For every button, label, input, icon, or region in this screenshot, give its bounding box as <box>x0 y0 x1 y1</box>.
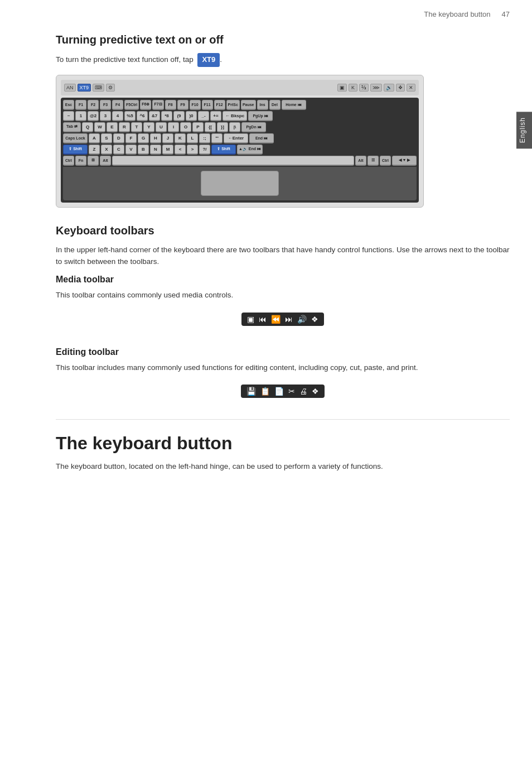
key-lshift: ⇧ Shift <box>63 145 88 155</box>
key-f10: F10 <box>190 100 201 110</box>
key-d: D <box>113 133 124 143</box>
key-slash: ?/ <box>199 145 210 155</box>
kb-tool-close: ✕ <box>407 84 415 92</box>
key-a: A <box>89 133 100 143</box>
section-divider <box>56 419 510 420</box>
key-s: S <box>101 133 112 143</box>
media-icon-more: ❖ <box>311 315 318 324</box>
section-keyboard-toolbars: Keyboard toolbars In the upper left-hand… <box>56 224 510 402</box>
keyboard-toolbars-heading: Keyboard toolbars <box>56 224 510 237</box>
media-toolbar-demo-container: ▣ ⏮ ⏪ ⏭ 🔊 ❖ <box>56 308 510 330</box>
key-comma: < <box>175 145 186 155</box>
key-f4: F4 <box>112 100 123 110</box>
key-h: H <box>150 133 161 143</box>
media-icon-stop: ▣ <box>247 315 254 324</box>
key-r: R <box>119 122 130 132</box>
key-f8: F8 <box>165 100 176 110</box>
key-prtsc: PrtSc <box>226 100 240 110</box>
key-capslock: Caps Lock <box>63 133 88 143</box>
key-c: C <box>113 145 124 155</box>
key-pause: Pause <box>241 100 256 110</box>
key-w: W <box>94 122 105 132</box>
key-f6: F6⊕ <box>140 100 151 110</box>
key-1: 1 <box>75 111 86 121</box>
key-6: ^6 <box>137 111 148 121</box>
key-ralt: Alt <box>355 156 366 166</box>
keyboard-row-fn: Esc F1 F2 F3 F4 F5Ctrl F6⊕ F7⊟ F8 F9 F10… <box>63 100 417 110</box>
key-i: I <box>168 122 179 132</box>
key-ins: Ins <box>257 100 268 110</box>
kb-tool-media4: ⋙ <box>370 84 382 92</box>
edit-icon-print: 🖨 <box>299 387 307 396</box>
key-f2: F2 <box>88 100 99 110</box>
key-9: (9 <box>173 111 185 121</box>
key-f5ctrl: F5Ctrl <box>124 100 139 110</box>
key-rctrl: Ctrl <box>380 156 391 166</box>
key-end2: ▲🔊 End ⏭ <box>237 145 263 155</box>
media-icon-prev: ⏮ <box>259 315 267 324</box>
key-5: %5 <box>124 111 136 121</box>
kb-tool-media3: ⅔ <box>359 84 369 92</box>
key-tab: Tab ⇄ <box>63 122 81 132</box>
key-8: *8 <box>161 111 172 121</box>
section-media-toolbar: Media toolbar This toolbar contains comm… <box>56 275 510 330</box>
page-number: 47 <box>502 10 510 18</box>
key-f9: F9 <box>177 100 188 110</box>
key-rshift: ⇧ Shift <box>211 145 236 155</box>
key-f1: F1 <box>75 100 86 110</box>
kb-tool-xt9: XT9 <box>78 84 91 92</box>
kb-tool-settings: ⚙ <box>106 84 115 92</box>
key-lalt: Alt <box>100 156 111 166</box>
key-7: &7 <box>149 111 160 121</box>
edit-icon-copy: 📋 <box>260 387 270 396</box>
key-semicolon: :; <box>199 133 210 143</box>
key-f: F <box>125 133 137 143</box>
main-content: Turning predictive text on or off To tur… <box>56 0 510 473</box>
keyboard-button-body: The keyboard button, located on the left… <box>56 460 510 473</box>
key-tilde: ~ <box>63 111 74 121</box>
key-u: U <box>156 122 167 132</box>
key-period: > <box>187 145 198 155</box>
touchpad <box>201 171 279 196</box>
key-0: )0 <box>186 111 197 121</box>
editing-toolbar-heading: Editing toolbar <box>56 347 510 357</box>
key-e: E <box>107 122 118 132</box>
keyboard-body: Esc F1 F2 F3 F4 F5Ctrl F6⊕ F7⊟ F8 F9 F10… <box>61 98 419 203</box>
editing-toolbar-body: This toolbar includes many commonly used… <box>56 362 510 374</box>
keyboard-row-numbers: ~ 1 @2 3 4 %5 ^6 &7 *8 (9 )0 _- += ← Bks… <box>63 111 417 121</box>
editing-toolbar-demo-container: 💾 📋 📄 ✂ 🖨 ❖ <box>56 380 510 402</box>
key-arrows: ◀ ▼ ▶ <box>392 156 417 166</box>
key-z: Z <box>89 145 100 155</box>
media-toolbar-demo: ▣ ⏮ ⏪ ⏭ 🔊 ❖ <box>241 313 324 326</box>
kb-tool-layout: ⌨ <box>93 84 104 92</box>
key-t: T <box>131 122 142 132</box>
media-toolbar-body: This toolbar contains commonly used medi… <box>56 289 510 301</box>
keyboard-diagram: AN XT9 ⌨ ⚙ ▣ K ⅔ ⋙ 🔊 ❖ ✕ <box>56 75 424 208</box>
kb-toolbar-left: AN XT9 ⌨ ⚙ <box>64 84 335 92</box>
key-f3: F3 <box>100 100 111 110</box>
xt9-button-inline: XT9 <box>197 53 220 67</box>
edit-icon-paste: 📄 <box>274 387 284 396</box>
keyboard-toolbar-bar: AN XT9 ⌨ ⚙ ▣ K ⅔ ⋙ 🔊 ❖ ✕ <box>61 80 419 95</box>
kb-tool-media2: K <box>349 84 357 92</box>
keyboard-touchpad-area <box>63 167 417 200</box>
kb-tool-media5: 🔊 <box>384 84 394 92</box>
keyboard-row-asdf: Caps Lock A S D F G H J K L :; "' ←Enter… <box>63 133 417 143</box>
media-toolbar-heading: Media toolbar <box>56 275 510 285</box>
kb-toolbar-right: ▣ K ⅔ ⋙ 🔊 ❖ ✕ <box>337 84 415 92</box>
page-header: The keyboard button 47 <box>424 10 510 18</box>
key-minus: _- <box>198 111 209 121</box>
key-backslash: |\ <box>229 122 240 132</box>
media-icon-volume: 🔊 <box>297 315 307 324</box>
key-menu: ☰ <box>367 156 379 166</box>
key-win: ⊞ <box>88 156 99 166</box>
editing-toolbar-demo: 💾 📋 📄 ✂ 🖨 ❖ <box>241 385 325 398</box>
key-j: J <box>162 133 173 143</box>
key-space <box>112 156 354 166</box>
key-del: Del <box>269 100 280 110</box>
key-o: O <box>180 122 191 132</box>
section-predictive-text: Turning predictive text on or off To tur… <box>56 33 510 208</box>
key-f11: F11 <box>202 100 213 110</box>
key-n: N <box>150 145 161 155</box>
key-esc: Esc <box>63 100 74 110</box>
